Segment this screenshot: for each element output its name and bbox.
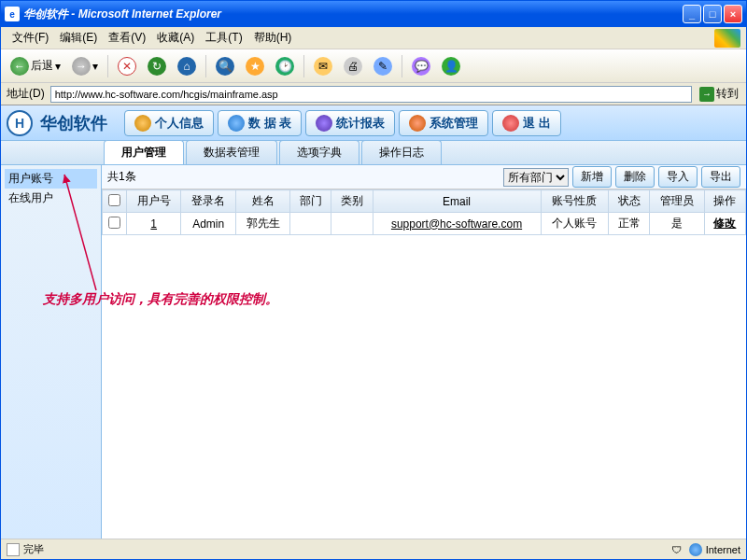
internet-zone[interactable]: Internet bbox=[689, 543, 740, 556]
search-button[interactable]: 🔍 bbox=[212, 55, 238, 77]
row-checkbox[interactable] bbox=[108, 217, 120, 229]
col-name[interactable]: 姓名 bbox=[235, 190, 289, 213]
edit-button[interactable]: ✎ bbox=[370, 55, 396, 77]
mail-button[interactable]: ✉ bbox=[310, 55, 336, 77]
stop-button[interactable]: ✕ bbox=[114, 55, 140, 77]
dropdown-icon: ▾ bbox=[92, 60, 98, 73]
tab-dictionary[interactable]: 选项字典 bbox=[279, 140, 359, 164]
menu-tools[interactable]: 工具(T) bbox=[200, 28, 247, 48]
toolbar: ← 后退 ▾ → ▾ ✕ ↻ ⌂ 🔍 ★ 🕑 ✉ 🖨 ✎ 💬 👤 bbox=[1, 49, 746, 83]
maximize-button[interactable]: □ bbox=[703, 5, 722, 23]
select-all-checkbox[interactable] bbox=[108, 194, 120, 206]
data-icon bbox=[228, 115, 245, 132]
menu-edit[interactable]: 编辑(E) bbox=[54, 28, 103, 48]
menu-help[interactable]: 帮助(H) bbox=[248, 28, 298, 48]
menu-view[interactable]: 查看(V) bbox=[103, 28, 151, 48]
table-toolbar: 共1条 所有部门 新增 删除 导入 导出 bbox=[102, 165, 746, 189]
star-icon: ★ bbox=[246, 57, 264, 76]
app-brand: 华创软件 bbox=[40, 112, 107, 134]
separator bbox=[402, 55, 402, 77]
col-status[interactable]: 状态 bbox=[609, 190, 650, 213]
side-item-accounts[interactable]: 用户账号 bbox=[5, 169, 97, 189]
back-button[interactable]: ← 后退 ▾ bbox=[7, 55, 64, 77]
menu-file[interactable]: 文件(F) bbox=[7, 28, 54, 48]
forward-button[interactable]: → ▾ bbox=[68, 55, 102, 77]
delete-button[interactable]: 删除 bbox=[615, 166, 655, 188]
col-ops[interactable]: 操作 bbox=[704, 190, 745, 213]
table-row: 1 Admin 郭先生 support@hc-software.com 个人账号… bbox=[103, 213, 746, 235]
forward-icon: → bbox=[72, 57, 91, 76]
cell-name: 郭先生 bbox=[235, 213, 289, 235]
cell-dept bbox=[290, 213, 331, 235]
refresh-button[interactable]: ↻ bbox=[144, 55, 170, 77]
col-userid[interactable]: 用户号 bbox=[127, 190, 181, 213]
col-dept[interactable]: 部门 bbox=[290, 190, 331, 213]
cell-userid[interactable]: 1 bbox=[150, 217, 157, 231]
address-label: 地址(D) bbox=[5, 86, 47, 102]
col-type[interactable]: 类别 bbox=[331, 190, 373, 213]
col-email[interactable]: Email bbox=[373, 190, 541, 213]
tab-table-mgmt[interactable]: 数据表管理 bbox=[186, 140, 277, 164]
status-text: 完毕 bbox=[23, 542, 44, 556]
app-logo-icon: H bbox=[7, 110, 33, 136]
cell-email[interactable]: support@hc-software.com bbox=[391, 217, 522, 231]
export-button[interactable]: 导出 bbox=[701, 166, 740, 188]
nav-data-table[interactable]: 数 据 表 bbox=[218, 110, 302, 136]
search-icon: 🔍 bbox=[216, 57, 234, 76]
titlebar: e 华创软件 - Microsoft Internet Explorer _ □… bbox=[1, 1, 746, 27]
cell-type bbox=[331, 213, 373, 235]
print-button[interactable]: 🖨 bbox=[340, 55, 366, 77]
zone-label: Internet bbox=[706, 544, 740, 555]
security-zone[interactable]: 🛡 bbox=[671, 544, 682, 555]
nav-system-mgmt[interactable]: 系统管理 bbox=[399, 110, 488, 136]
go-button[interactable]: → 转到 bbox=[696, 86, 742, 102]
go-label: 转到 bbox=[716, 86, 739, 102]
col-checkbox bbox=[103, 190, 127, 213]
edit-icon: ✎ bbox=[374, 57, 392, 76]
stats-icon bbox=[316, 115, 332, 132]
discuss-button[interactable]: 💬 bbox=[408, 55, 434, 77]
discuss-icon: 💬 bbox=[412, 57, 430, 76]
side-item-online[interactable]: 在线用户 bbox=[5, 189, 97, 208]
nav-label: 统计报表 bbox=[336, 115, 385, 132]
person-icon bbox=[134, 115, 151, 132]
stop-icon: ✕ bbox=[118, 57, 136, 76]
shield-icon: 🛡 bbox=[671, 544, 682, 555]
add-button[interactable]: 新增 bbox=[572, 166, 612, 188]
home-button[interactable]: ⌂ bbox=[174, 55, 200, 77]
side-panel: 用户账号 在线用户 bbox=[1, 165, 102, 539]
col-admin[interactable]: 管理员 bbox=[650, 190, 704, 213]
col-acct-type[interactable]: 账号性质 bbox=[541, 190, 609, 213]
nav-personal-info[interactable]: 个人信息 bbox=[124, 110, 214, 136]
cell-status: 正常 bbox=[609, 213, 650, 235]
col-login[interactable]: 登录名 bbox=[181, 190, 235, 213]
nav-label: 个人信息 bbox=[155, 115, 204, 132]
messenger-button[interactable]: 👤 bbox=[438, 55, 464, 77]
nav-label: 退 出 bbox=[523, 115, 551, 132]
close-button[interactable]: × bbox=[724, 5, 742, 23]
separator bbox=[205, 55, 206, 77]
address-input[interactable] bbox=[50, 86, 692, 103]
nav-statistics[interactable]: 统计报表 bbox=[305, 110, 395, 136]
status-bar: 完毕 🛡 Internet bbox=[1, 539, 746, 559]
tab-user-mgmt[interactable]: 用户管理 bbox=[104, 140, 184, 164]
nav-exit[interactable]: 退 出 bbox=[492, 110, 561, 136]
gear-icon bbox=[409, 115, 426, 132]
print-icon: 🖨 bbox=[344, 57, 362, 76]
table-area: 共1条 所有部门 新增 删除 导入 导出 用户号 登录名 bbox=[102, 165, 746, 539]
user-table: 用户号 登录名 姓名 部门 类别 Email 账号性质 状态 管理员 操作 bbox=[102, 189, 746, 235]
dept-filter-select[interactable]: 所有部门 bbox=[503, 168, 569, 187]
menu-favorites[interactable]: 收藏(A) bbox=[151, 28, 200, 48]
page-icon bbox=[7, 543, 20, 556]
history-icon: 🕑 bbox=[275, 57, 294, 76]
cell-admin: 是 bbox=[650, 213, 704, 235]
cell-acct-type: 个人账号 bbox=[541, 213, 609, 235]
minimize-button[interactable]: _ bbox=[683, 5, 701, 23]
history-button[interactable]: 🕑 bbox=[272, 55, 298, 77]
tab-oplog[interactable]: 操作日志 bbox=[361, 140, 442, 164]
main-row: 用户账号 在线用户 共1条 所有部门 新增 删除 导入 导出 bbox=[1, 165, 746, 539]
app-header: H 华创软件 个人信息 数 据 表 统计报表 系统管理 退 出 bbox=[1, 105, 746, 141]
import-button[interactable]: 导入 bbox=[658, 166, 698, 188]
favorites-button[interactable]: ★ bbox=[242, 55, 268, 77]
cell-modify-link[interactable]: 修改 bbox=[713, 217, 736, 230]
